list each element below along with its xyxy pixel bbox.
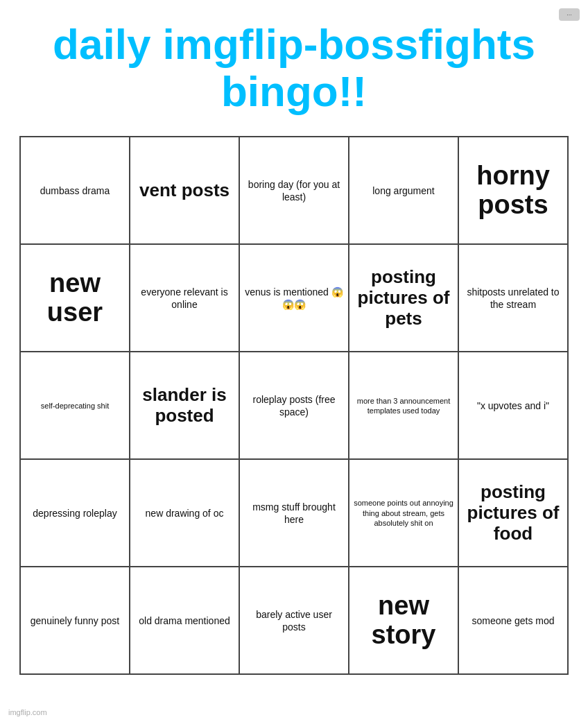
cell-r2-c1: slander is posted: [130, 352, 239, 459]
cell-r0-c0: dumbass drama: [20, 137, 130, 244]
cell-r2-c2: roleplay posts (free space): [239, 352, 349, 459]
cell-r4-c3: new story: [349, 567, 458, 674]
cell-r0-c3: long argument: [349, 137, 458, 244]
cell-r2-c0: self-deprecating shit: [20, 352, 130, 459]
cell-r2-c3: more than 3 announcement templates used …: [349, 352, 458, 459]
cell-r4-c4: someone gets mod: [458, 567, 568, 674]
cell-r1-c0: new user: [20, 244, 130, 352]
corner-badge: ···: [559, 8, 580, 21]
cell-r3-c1: new drawing of oc: [130, 459, 239, 567]
cell-r3-c2: msmg stuff brought here: [239, 459, 349, 567]
cell-r1-c2: venus is mentioned 😱😱😱: [239, 244, 349, 352]
cell-r4-c1: old drama mentioned: [130, 567, 239, 674]
cell-r4-c0: genuinely funny post: [20, 567, 130, 674]
bingo-grid: dumbass dramavent postsboring day (for y…: [19, 136, 569, 675]
cell-r3-c4: posting pictures of food: [458, 459, 568, 567]
cell-r1-c4: shitposts unrelated to the stream: [458, 244, 568, 352]
cell-r3-c0: depressing roleplay: [20, 459, 130, 567]
cell-r1-c1: everyone relevant is online: [130, 244, 239, 352]
page-title: daily imgflip-bossfights bingo!!: [14, 21, 574, 115]
watermark: imgflip.com: [8, 708, 47, 716]
cell-r3-c3: someone points out annoying thing about …: [349, 459, 458, 567]
cell-r2-c4: "x upvotes and i": [458, 352, 568, 459]
cell-r0-c1: vent posts: [130, 137, 239, 244]
cell-r1-c3: posting pictures of pets: [349, 244, 458, 352]
cell-r0-c4: horny posts: [458, 137, 568, 244]
cell-r4-c2: barely active user posts: [239, 567, 349, 674]
cell-r0-c2: boring day (for you at least): [239, 137, 349, 244]
